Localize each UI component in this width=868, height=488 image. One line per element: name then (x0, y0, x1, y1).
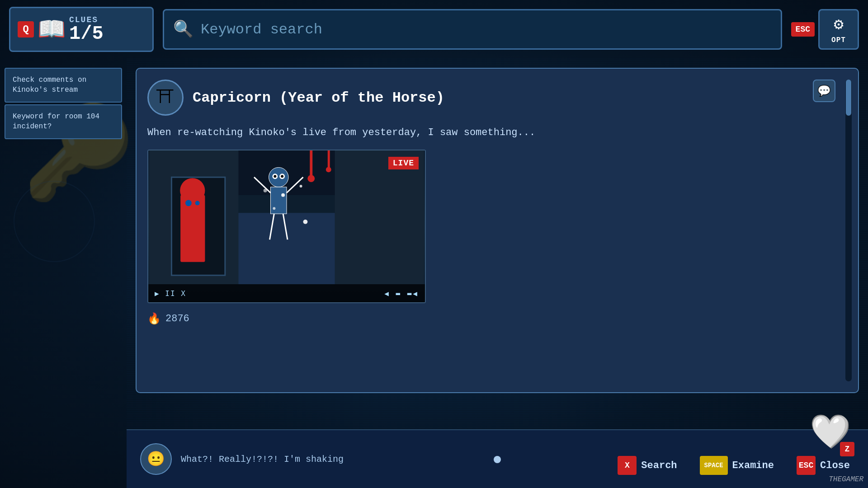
svg-point-28 (303, 220, 308, 224)
post-likes: 🔥 2876 (147, 312, 847, 325)
video-ctrl-left: ▶ II X (155, 289, 186, 298)
post-body-text: When re-watching Kinoko's live from yest… (147, 125, 847, 141)
post-card: 💬 ⛩ Capricorn (Year of the Horse) When r… (136, 68, 859, 393)
scrollbar-track[interactable] (845, 80, 852, 381)
close-action-label: Close (820, 460, 850, 471)
likes-icon: 🔥 (147, 312, 161, 325)
clues-count: 1/5 (69, 24, 104, 43)
preview-avatar-image: 😐 (147, 450, 165, 468)
post-image: LIVE ▶ II X ◀ ▬ ▬◀ (147, 150, 426, 303)
preview-avatar: 😐 (140, 443, 172, 475)
keyword-search-input[interactable] (201, 21, 772, 38)
top-bar: Q 📖 CLUES 1/5 🔍 ESC ⚙ OPT (0, 0, 868, 59)
svg-point-14 (274, 175, 276, 178)
examine-action-label: Examine (732, 460, 774, 471)
opt-section: ESC ⚙ OPT (791, 9, 859, 50)
svg-rect-4 (335, 150, 424, 284)
svg-rect-7 (180, 195, 205, 262)
svg-rect-16 (270, 187, 287, 214)
close-key: ESC (797, 456, 816, 475)
search-bar-container: 🔍 (163, 9, 782, 50)
left-sidebar: Check comments on Kinoko's stream Keywor… (0, 59, 127, 429)
opt-button[interactable]: ⚙ OPT (818, 9, 859, 50)
search-icon: 🔍 (173, 19, 193, 39)
video-controls: ▶ II X ◀ ▬ ▬◀ (148, 284, 425, 302)
post-area: 💬 ⛩ Capricorn (Year of the Horse) When r… (127, 59, 868, 429)
book-icon: 📖 (38, 16, 66, 43)
avatar-image: ⛩ (156, 87, 175, 108)
svg-rect-21 (310, 150, 312, 177)
post-avatar: ⛩ (147, 80, 184, 116)
svg-point-25 (281, 193, 285, 197)
svg-point-10 (195, 201, 200, 206)
watermark: THEGAMER (829, 475, 863, 483)
likes-count: 2876 (165, 313, 189, 324)
svg-point-27 (273, 207, 275, 210)
examine-action-btn[interactable]: SPACE Examine (691, 450, 783, 480)
video-ctrl-right: ◀ ▬ ▬◀ (384, 289, 419, 298)
svg-point-8 (180, 178, 205, 203)
svg-rect-23 (328, 150, 330, 168)
pixel-art-scene: LIVE ▶ II X ◀ ▬ ▬◀ (148, 150, 425, 302)
post-header: ⛩ Capricorn (Year of the Horse) (147, 80, 847, 116)
search-action-btn[interactable]: X Search (609, 450, 686, 480)
main-content: Check comments on Kinoko's stream Keywor… (0, 59, 868, 429)
svg-point-26 (300, 185, 302, 188)
q-badge: Q (18, 21, 34, 38)
svg-point-15 (281, 175, 283, 178)
sidebar-item-0[interactable]: Check comments on Kinoko's stream (5, 68, 122, 103)
svg-point-22 (307, 175, 315, 182)
svg-point-24 (326, 167, 331, 173)
examine-key: SPACE (700, 456, 728, 475)
progress-dot (494, 456, 501, 463)
action-bar: X Search SPACE Examine ESC Close (599, 443, 868, 488)
search-action-label: Search (641, 460, 677, 471)
book-button[interactable]: Q 📖 CLUES 1/5 (9, 7, 154, 52)
live-badge: LIVE (388, 157, 419, 169)
svg-point-29 (264, 189, 267, 192)
sidebar-item-1[interactable]: Keyword for room 104 incident? (5, 104, 122, 139)
scrollbar-thumb (846, 80, 851, 116)
svg-point-9 (185, 200, 192, 206)
svg-point-11 (269, 168, 288, 187)
esc-badge-top: ESC (791, 22, 815, 37)
search-key: X (618, 456, 637, 475)
comment-button[interactable]: 💬 (813, 80, 835, 102)
post-username: Capricorn (Year of the Horse) (193, 89, 444, 106)
